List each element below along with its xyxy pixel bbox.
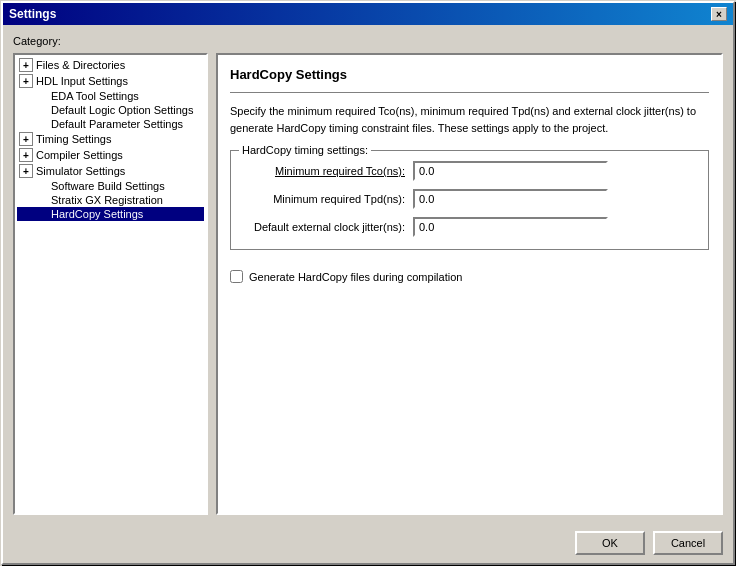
close-button[interactable]: × [711,7,727,21]
sidebar-item-simulator-settings[interactable]: + Simulator Settings [17,163,204,179]
title-bar: Settings × [3,3,733,25]
sidebar-item-hardcopy-settings[interactable]: HardCopy Settings [17,207,204,221]
sidebar-item-label: Default Logic Option Settings [51,104,193,116]
hardcopy-timing-group: HardCopy timing settings: Minimum requir… [230,150,709,250]
expander-icon[interactable]: + [19,164,33,178]
sidebar-item-label: Stratix GX Registration [51,194,163,206]
field-row-tco: Minimum required Tco(ns): [243,161,696,181]
dialog-footer: OK Cancel [3,525,733,563]
field-row-jitter: Default external clock jitter(ns): [243,217,696,237]
sidebar-item-label: Timing Settings [36,133,111,145]
sidebar-item-label: HDL Input Settings [36,75,128,87]
expander-icon[interactable]: + [19,58,33,72]
generate-hardcopy-row: Generate HardCopy files during compilati… [230,270,709,283]
jitter-label: Default external clock jitter(ns): [243,221,413,233]
sidebar-item-label: Compiler Settings [36,149,123,161]
tree-panel: + Files & Directories + HDL Input Settin… [13,53,208,515]
field-row-tpd: Minimum required Tpd(ns): [243,189,696,209]
sidebar-item-label: EDA Tool Settings [51,90,139,102]
tpd-label: Minimum required Tpd(ns): [243,193,413,205]
sidebar-item-files-directories[interactable]: + Files & Directories [17,57,204,73]
sidebar-item-hdl-input-settings[interactable]: + HDL Input Settings [17,73,204,89]
sidebar-item-compiler-settings[interactable]: + Compiler Settings [17,147,204,163]
ok-button[interactable]: OK [575,531,645,555]
sidebar-item-label: Simulator Settings [36,165,125,177]
expander-icon[interactable]: + [19,74,33,88]
dialog-title: Settings [9,7,56,21]
cancel-button[interactable]: Cancel [653,531,723,555]
sidebar-item-timing-settings[interactable]: + Timing Settings [17,131,204,147]
content-area: + Files & Directories + HDL Input Settin… [13,53,723,515]
panel-divider [230,92,709,93]
sidebar-item-default-logic-option[interactable]: Default Logic Option Settings [17,103,204,117]
settings-dialog: Settings × Category: + Files & Directori… [1,1,735,565]
sidebar-item-label: HardCopy Settings [51,208,143,220]
panel-title: HardCopy Settings [230,67,709,82]
panel-description: Specify the minimum required Tco(ns), mi… [230,103,709,136]
sidebar-item-label: Default Parameter Settings [51,118,183,130]
sidebar-item-software-build[interactable]: Software Build Settings [17,179,204,193]
generate-hardcopy-label: Generate HardCopy files during compilati… [249,271,462,283]
dialog-body: Category: + Files & Directories + HDL In… [3,25,733,525]
generate-hardcopy-checkbox[interactable] [230,270,243,283]
sidebar-item-default-parameter[interactable]: Default Parameter Settings [17,117,204,131]
category-label: Category: [13,35,723,47]
group-box-legend: HardCopy timing settings: [239,144,371,156]
tpd-input[interactable] [413,189,608,209]
tco-label: Minimum required Tco(ns): [243,165,413,177]
tco-input[interactable] [413,161,608,181]
expander-icon[interactable]: + [19,148,33,162]
sidebar-item-stratix-gx[interactable]: Stratix GX Registration [17,193,204,207]
expander-icon[interactable]: + [19,132,33,146]
sidebar-item-label: Software Build Settings [51,180,165,192]
sidebar-item-eda-tool-settings[interactable]: EDA Tool Settings [17,89,204,103]
jitter-input[interactable] [413,217,608,237]
sidebar-item-label: Files & Directories [36,59,125,71]
right-panel: HardCopy Settings Specify the minimum re… [216,53,723,515]
